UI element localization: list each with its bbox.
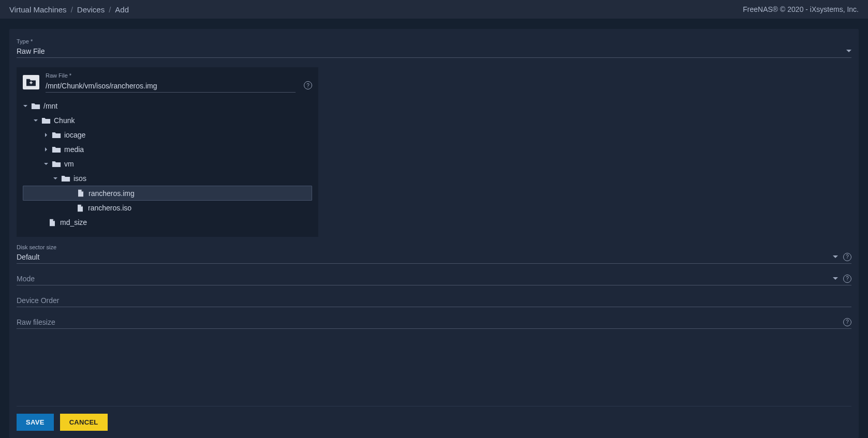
tree-label: md_size bbox=[60, 218, 87, 226]
breadcrumb-sep: / bbox=[71, 5, 73, 14]
tree-node-isos[interactable]: isos bbox=[23, 171, 312, 186]
breadcrumb-add[interactable]: Add bbox=[115, 5, 129, 14]
chevron-right-icon bbox=[43, 147, 49, 152]
mode-field: Mode ? bbox=[17, 273, 851, 285]
chevron-down-icon bbox=[43, 161, 49, 167]
type-label: Type * bbox=[17, 38, 851, 44]
form-card: Type * Raw File Raw File * bbox=[9, 29, 859, 438]
help-icon[interactable]: ? bbox=[304, 81, 312, 89]
tree-node-md-size[interactable]: md_size bbox=[23, 215, 312, 230]
device-order-label: Device Order bbox=[17, 296, 851, 305]
svg-rect-1 bbox=[31, 81, 32, 84]
chevron-down-icon bbox=[846, 50, 851, 53]
tree-label: media bbox=[64, 145, 84, 154]
folder-icon bbox=[31, 102, 40, 110]
help-icon[interactable]: ? bbox=[843, 318, 851, 326]
tree-node-chunk[interactable]: Chunk bbox=[23, 113, 312, 128]
mode-label: Mode bbox=[17, 275, 830, 283]
tree-label: rancheros.img bbox=[89, 189, 135, 198]
breadcrumb-vm[interactable]: Virtual Machines bbox=[9, 5, 67, 14]
tree-node-vm[interactable]: vm bbox=[23, 157, 312, 171]
file-icon bbox=[48, 219, 57, 226]
help-icon[interactable]: ? bbox=[843, 275, 851, 283]
folder-icon bbox=[52, 160, 61, 168]
chevron-down-icon bbox=[23, 103, 28, 109]
folder-icon bbox=[52, 131, 61, 139]
tree-node-rancheros-iso[interactable]: rancheros.iso bbox=[23, 201, 312, 215]
type-select[interactable]: Raw File bbox=[17, 46, 851, 58]
sector-size-field: Disk sector size Default ? bbox=[17, 244, 851, 264]
folder-icon bbox=[52, 146, 61, 154]
folder-icon bbox=[61, 175, 70, 183]
file-tree: /mnt Chunk iocage bbox=[23, 99, 312, 230]
top-bar: Virtual Machines / Devices / Add FreeNAS… bbox=[0, 0, 868, 19]
file-icon bbox=[76, 204, 85, 212]
tree-label: isos bbox=[73, 174, 86, 183]
tree-node-rancheros-img[interactable]: rancheros.img bbox=[23, 186, 312, 201]
save-button[interactable]: SAVE bbox=[17, 414, 54, 431]
sectorsize-select[interactable]: Default ? bbox=[17, 251, 851, 264]
chevron-down-icon bbox=[833, 255, 838, 259]
raw-filesize-field: Raw filesize ? bbox=[17, 316, 851, 329]
file-browser-panel: Raw File * ? /mnt bbox=[17, 67, 318, 237]
device-order-field: Device Order bbox=[17, 295, 851, 307]
new-folder-button[interactable] bbox=[23, 75, 39, 89]
type-value: Raw File bbox=[17, 47, 843, 55]
file-icon bbox=[76, 189, 85, 197]
chevron-down-icon bbox=[53, 176, 58, 181]
raw-filesize-input[interactable]: Raw filesize ? bbox=[17, 316, 851, 329]
tree-label: rancheros.iso bbox=[88, 204, 131, 212]
tree-label: Chunk bbox=[54, 116, 75, 125]
tree-node-mnt[interactable]: /mnt bbox=[23, 99, 312, 113]
type-field: Type * Raw File bbox=[17, 38, 851, 58]
raw-filesize-label: Raw filesize bbox=[17, 318, 838, 326]
rawfile-input[interactable] bbox=[46, 80, 296, 93]
form-footer: SAVE CANCEL bbox=[17, 406, 851, 438]
tree-node-iocage[interactable]: iocage bbox=[23, 128, 312, 142]
breadcrumb: Virtual Machines / Devices / Add bbox=[9, 5, 129, 14]
chevron-down-icon bbox=[833, 277, 838, 280]
rawfile-label: Raw File * bbox=[46, 72, 296, 79]
breadcrumb-devices[interactable]: Devices bbox=[77, 5, 105, 14]
help-icon[interactable]: ? bbox=[843, 253, 851, 261]
sectorsize-value: Default bbox=[17, 253, 830, 261]
sectorsize-label: Disk sector size bbox=[17, 244, 851, 250]
tree-label: iocage bbox=[64, 131, 85, 139]
chevron-right-icon bbox=[43, 132, 49, 138]
tree-label: vm bbox=[64, 160, 74, 168]
folder-icon bbox=[41, 117, 51, 125]
tree-node-media[interactable]: media bbox=[23, 142, 312, 157]
cancel-button[interactable]: CANCEL bbox=[60, 414, 108, 431]
device-order-input[interactable]: Device Order bbox=[17, 295, 851, 307]
tree-label: /mnt bbox=[43, 102, 57, 110]
breadcrumb-sep: / bbox=[109, 5, 111, 14]
chevron-down-icon bbox=[33, 118, 38, 123]
brand-text: FreeNAS® © 2020 - iXsystems, Inc. bbox=[743, 5, 859, 13]
mode-select[interactable]: Mode ? bbox=[17, 273, 851, 285]
